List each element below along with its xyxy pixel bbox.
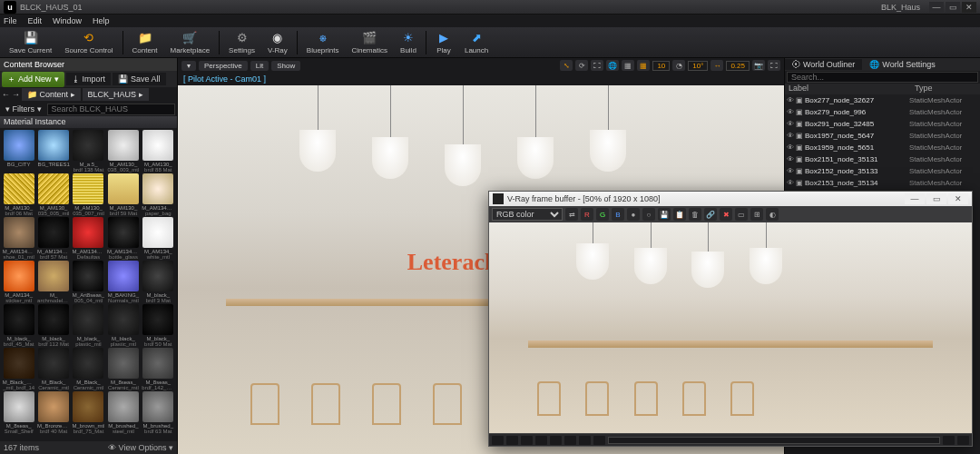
play-button[interactable]: ▶Play	[430, 29, 457, 56]
visibility-icon[interactable]: 👁	[787, 132, 796, 140]
path-back-button[interactable]: ←	[2, 90, 10, 99]
vfb-pixel-icon[interactable]	[535, 436, 547, 445]
asset-thumbnail[interactable]: M_AM134_38_Defaultas	[72, 217, 105, 260]
asset-thumbnail[interactable]: M_AM134_35_brdf 57 Mat	[36, 217, 70, 260]
source-control-button[interactable]: ⟲Source Control	[59, 29, 118, 56]
asset-thumbnail[interactable]: M_a.5_brdf 138 Mat	[72, 130, 105, 173]
vfb-stamp-icon[interactable]	[564, 436, 576, 445]
path-fwd-button[interactable]: →	[12, 90, 20, 99]
save-current-button[interactable]: 💾Save Current	[4, 29, 57, 56]
visibility-icon[interactable]: 👁	[787, 167, 796, 175]
visibility-icon[interactable]: 👁	[787, 155, 796, 163]
asset-thumbnail[interactable]: M_black_brdf 3 Mat	[142, 261, 175, 303]
search-input[interactable]	[47, 104, 175, 115]
asset-thumbnail[interactable]: M_BAKING_Normals_mtl	[106, 261, 140, 303]
asset-thumbnail[interactable]: M_Black_Wood_mtl_brdf_14	[2, 348, 35, 390]
breadcrumb-root[interactable]: 📁 Content ▸	[22, 88, 81, 101]
visibility-icon[interactable]: 👁	[787, 120, 796, 128]
outliner-row[interactable]: 👁▣Box2151_node_35131StaticMeshActor	[785, 153, 980, 165]
camera-speed-icon[interactable]: 📷	[752, 60, 765, 71]
surface-snap-icon[interactable]: ▦	[622, 60, 634, 71]
maximize-button[interactable]: ▭	[946, 2, 960, 13]
launch-button[interactable]: ⬈Launch	[459, 29, 494, 56]
asset-thumbnail[interactable]: M_8seas_Small_Shelf	[2, 391, 35, 434]
asset-thumbnail[interactable]: M_brushed_brdf 63 Mat	[142, 391, 175, 434]
angle-snap-value[interactable]: 10°	[688, 61, 708, 71]
build-button[interactable]: ☀Build	[395, 29, 422, 56]
vfb-compare-icon[interactable]: ◐	[766, 208, 779, 221]
show-button[interactable]: Show	[271, 61, 300, 71]
scale-snap-value[interactable]: 0.25	[726, 61, 750, 71]
save-all-button[interactable]: 💾Save All	[113, 73, 166, 85]
visibility-icon[interactable]: 👁	[787, 108, 796, 116]
minimize-button[interactable]: —	[929, 2, 944, 13]
channel-mono-button[interactable]: ○	[642, 208, 655, 221]
cinematics-button[interactable]: 🎬Cinematics	[346, 29, 393, 56]
vfb-lock-icon[interactable]	[957, 436, 969, 445]
transform-rotate-icon[interactable]: ⟳	[575, 60, 588, 71]
asset-thumbnail[interactable]: M_AM134_sticker_mtl	[2, 261, 35, 303]
outliner-row[interactable]: 👁▣Box1957_node_5647StaticMeshActor	[785, 130, 980, 142]
outliner-row[interactable]: 👁▣Box1959_node_5651StaticMeshActor	[785, 142, 980, 153]
asset-thumbnail[interactable]: M_AM130_038_003_mtl	[106, 130, 140, 173]
vfb-log-icon[interactable]	[593, 436, 605, 445]
vfb-copy-icon[interactable]: 📋	[673, 208, 686, 221]
channel-alpha-button[interactable]: ●	[627, 208, 640, 221]
asset-thumbnail[interactable]: BG_CITY	[2, 130, 35, 173]
outliner-row[interactable]: 👁▣Box277_node_32627StaticMeshActor	[785, 94, 980, 106]
vfb-link-icon[interactable]: 🔗	[704, 208, 717, 221]
asset-thumbnail[interactable]: M_AM130_brdf 88 Mat	[142, 130, 175, 173]
outliner-row[interactable]: 👁▣Box2152_node_35133StaticMeshActor	[785, 165, 980, 177]
asset-thumbnail[interactable]: M_black_plastic_mtl	[72, 304, 105, 347]
vfb-info-icon[interactable]	[521, 436, 533, 445]
vfb-render-canvas[interactable]	[489, 222, 972, 433]
vfb-stats-icon[interactable]	[579, 436, 591, 445]
vfb-minimize-button[interactable]: —	[905, 193, 925, 204]
lit-button[interactable]: Lit	[250, 61, 269, 71]
column-label[interactable]: Label	[785, 84, 911, 94]
asset-thumbnail[interactable]: BG_TREES1	[36, 130, 70, 173]
add-new-button[interactable]: ＋Add New▾	[2, 72, 64, 87]
asset-thumbnail[interactable]: M_AM130_035_005_mtl	[36, 173, 70, 216]
angle-snap-icon[interactable]: ◔	[672, 60, 685, 71]
asset-thumbnail[interactable]: M_AM134_white_mtl	[142, 217, 175, 260]
asset-thumbnail[interactable]: M_Bronze_mtlbrdf 40 Mat	[36, 391, 70, 434]
breadcrumb-folder[interactable]: BLCK_HAUS ▸	[83, 88, 149, 101]
import-button[interactable]: ⭳Import	[66, 73, 112, 85]
maximize-viewport-button[interactable]: ⛶	[768, 60, 780, 71]
channel-green-button[interactable]: G	[596, 208, 609, 221]
column-type[interactable]: Type	[911, 84, 980, 94]
visibility-icon[interactable]: 👁	[787, 179, 796, 187]
scale-snap-icon[interactable]: ↔	[710, 60, 723, 71]
asset-thumbnail[interactable]: M_AM130_brdf 59 Mat	[106, 173, 140, 216]
perspective-button[interactable]: Perspective	[199, 61, 248, 71]
vfb-switch-icon[interactable]: ⇄	[565, 208, 578, 221]
filters-button[interactable]: ▾ Filters ▾	[2, 104, 45, 114]
transform-scale-icon[interactable]: ⛶	[591, 60, 603, 71]
vfb-track-icon[interactable]: ⊞	[750, 208, 763, 221]
asset-thumbnail[interactable]: M_8seas_Ceramic_mtl	[106, 348, 140, 390]
asset-thumbnail[interactable]: M_8seas_brdf_142_Mat	[142, 348, 175, 390]
outliner-row[interactable]: 👁▣Box2153_node_35134StaticMeshActor	[785, 177, 980, 189]
asset-thumbnail[interactable]: M_brushed_steel_mtl	[106, 391, 140, 434]
channel-blue-button[interactable]: B	[612, 208, 624, 221]
vfb-curve-icon[interactable]	[506, 436, 518, 445]
asset-thumbnail[interactable]: M_AM130_035_007_mtl	[72, 173, 105, 216]
asset-thumbnail[interactable]: M_black_plastic_mtl	[106, 304, 140, 347]
menu-help[interactable]: Help	[93, 16, 110, 25]
asset-thumbnail[interactable]: M_AM130_brdf 06 Mat	[2, 173, 35, 216]
content-button[interactable]: 📁Content	[127, 29, 163, 56]
marketplace-button[interactable]: 🛒Marketplace	[165, 29, 216, 56]
asset-thumbnail[interactable]: M_Black_Ceramic_mtl	[36, 348, 70, 390]
asset-thumbnail[interactable]: M_Art8seas_005_04_mtl	[72, 261, 105, 303]
outliner-search-input[interactable]	[787, 72, 978, 83]
vfb-close-button[interactable]: ✕	[948, 193, 968, 204]
vray-button[interactable]: ◉V-Ray	[262, 29, 293, 56]
channel-red-button[interactable]: R	[581, 208, 593, 221]
vfb-titlebar[interactable]: V-Ray frame buffer - [50% of 1920 x 1080…	[489, 192, 972, 206]
vfb-clear-icon[interactable]: 🗑	[689, 208, 701, 221]
blueprints-button[interactable]: ⎈Blueprints	[301, 29, 345, 56]
asset-thumbnail[interactable]: M_black_brdf 112 Mat	[36, 304, 70, 347]
view-options-button[interactable]: 👁 View Options ▾	[108, 443, 173, 452]
outliner-row[interactable]: 👁▣Box291_node_32485StaticMeshActor	[785, 118, 980, 130]
